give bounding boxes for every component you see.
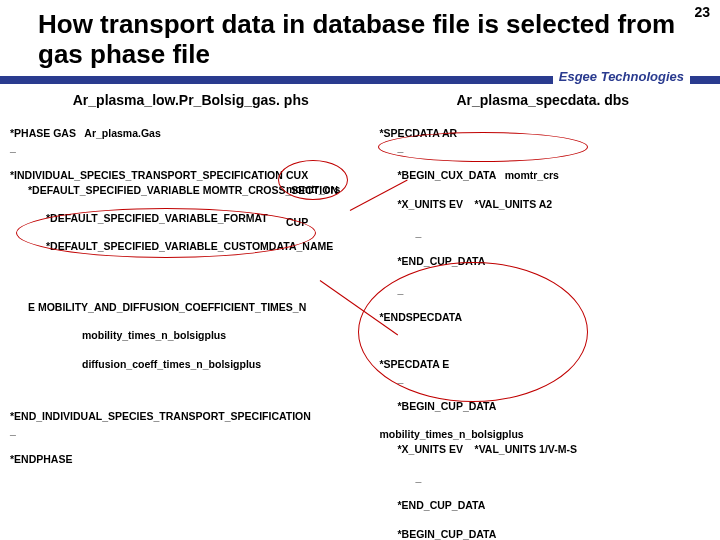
code-line: _ (380, 282, 712, 296)
code-line: *DEFAULT_SPECIFIED_VARIABLE_CUSTOMDATA_N… (10, 239, 374, 253)
code-line: *SPECDATA AR (380, 127, 458, 139)
code-line: *SPECDATA E (380, 358, 450, 370)
right-column: Ar_plasma_specdata. dbs *SPECDATA AR _ *… (374, 90, 712, 540)
left-heading: Ar_plasma_low.Pr_Bolsig_gas. phs (8, 92, 374, 108)
code-line: *END_INDIVIDUAL_SPECIES_TRANSPORT_SPECIF… (10, 410, 311, 422)
right-code: *SPECDATA AR _ *BEGIN_CUX_DATA momtr_crs… (374, 112, 712, 540)
page-number: 23 (694, 4, 710, 20)
code-line: mobility_times_n_bolsigplus (380, 428, 524, 440)
code-line: *ENDSPECDATA (380, 311, 462, 323)
code-line: _ (380, 371, 712, 385)
code-line: *X_UNITS EV *VAL_UNITS A2 (380, 197, 712, 211)
left-column: Ar_plasma_low.Pr_Bolsig_gas. phs *PHASE … (8, 90, 374, 540)
code-value: CUX (286, 168, 308, 182)
code-line: *ENDPHASE (10, 453, 72, 465)
spacer (380, 324, 712, 342)
code-line: *DEFAULT_SPECIFIED_VARIABLE_FORMAT (10, 211, 374, 225)
code-line: *BEGIN_CUP_DATA (380, 399, 712, 413)
code-line: _ (10, 423, 374, 437)
code-line: _ (380, 140, 712, 154)
right-heading: Ar_plasma_specdata. dbs (374, 92, 712, 108)
title-rule: Esgee Technologies (0, 76, 720, 84)
spacer (10, 385, 374, 395)
code-line: _ (10, 140, 374, 154)
code-line: *BEGIN_CUX_DATA momtr_crs (380, 168, 712, 182)
code-line: mobility_times_n_bolsigplus (10, 328, 374, 342)
code-line: *BEGIN_CUP_DATA (380, 527, 712, 540)
code-line: *X_UNITS EV *VAL_UNITS 1/V-M-S (380, 442, 712, 456)
code-line: *END_CUP_DATA (380, 498, 712, 512)
code-line: _ (380, 225, 712, 239)
code-value: CUP (286, 215, 308, 229)
left-code: *PHASE GAS Ar_plasma.Gas _ *INDIVIDUAL_S… (8, 112, 374, 537)
brand-label: Esgee Technologies (553, 69, 690, 84)
code-line: diffusion_coeff_times_n_bolsigplus (10, 357, 374, 371)
page-title: How transport data in database file is s… (38, 10, 690, 70)
code-line: *END_CUP_DATA (380, 254, 712, 268)
code-line: E MOBILITY_AND_DIFFUSION_COEFFICIENT_TIM… (10, 300, 374, 314)
spacer (10, 268, 374, 286)
code-line: *PHASE GAS Ar_plasma.Gas (10, 127, 161, 139)
columns: Ar_plasma_low.Pr_Bolsig_gas. phs *PHASE … (0, 90, 720, 540)
code-line: *INDIVIDUAL_SPECIES_TRANSPORT_SPECIFICAT… (10, 169, 283, 181)
code-value: momtr_crs (286, 182, 340, 196)
code-line: _ (380, 470, 712, 484)
